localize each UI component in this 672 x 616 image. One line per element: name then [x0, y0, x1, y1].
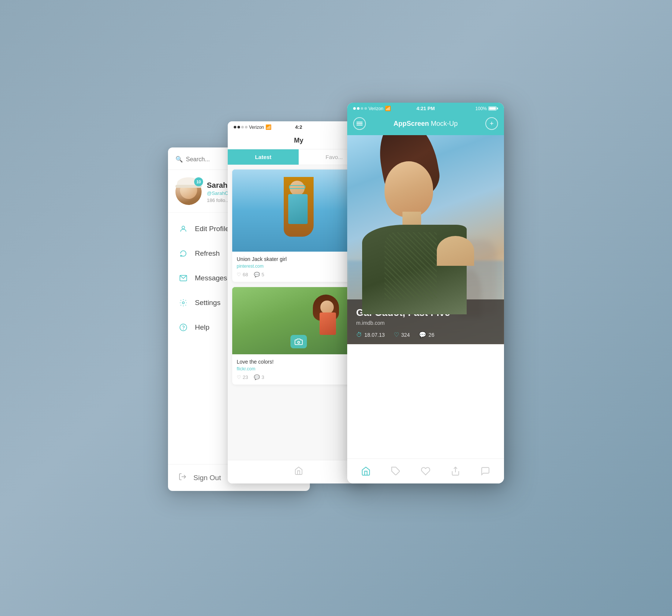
card-2-title: Love the colors!	[237, 359, 361, 365]
svg-point-0	[182, 226, 184, 229]
comment-icon: 💬	[254, 272, 260, 277]
signal-dot-2	[237, 126, 240, 128]
signal-dot-1	[234, 126, 236, 128]
user-info: Sarah @SarahC 186 follo...	[207, 181, 229, 203]
signal-dots	[234, 126, 248, 128]
comment-nav-icon	[480, 466, 490, 476]
menu-button[interactable]	[353, 117, 366, 130]
detail-bottom-nav	[347, 458, 504, 483]
detail-wifi-icon: 📶	[385, 106, 391, 111]
detail-status-left: Verizon 📶	[353, 106, 391, 111]
refresh-label: Refresh	[195, 249, 220, 258]
d-dot-4	[364, 107, 367, 110]
avatar-wrap: 10	[175, 179, 202, 205]
notification-badge: 10	[194, 177, 203, 186]
refresh-icon	[178, 249, 188, 258]
detail-header: AppScreen Mock-Up +	[347, 113, 504, 135]
gear-icon	[178, 298, 188, 308]
share-nav-icon	[451, 466, 460, 476]
card-1-info: Union Jack skater girl pinterest.com ♡ 6…	[232, 252, 365, 282]
card-1-title: Union Jack skater girl	[237, 256, 361, 262]
card-1-image	[232, 169, 365, 252]
app-name: AppScreen	[393, 120, 429, 127]
card-2-image	[232, 287, 365, 354]
card-1-likes-count: 68	[243, 272, 248, 277]
detail-time: 4:21 PM	[416, 106, 435, 111]
home-nav-icon	[361, 466, 371, 476]
detail-likes-value: 324	[401, 332, 410, 338]
status-time: 4:2	[295, 124, 302, 130]
user-name: Sarah	[207, 181, 229, 190]
card-2-info: Love the colors! flickr.com ♡ 23 💬 3	[232, 354, 365, 385]
user-handle: @SarahC	[207, 190, 229, 196]
question-icon	[178, 323, 188, 332]
signal-dot-4	[245, 126, 248, 128]
detail-likes-stat: ♡ 324	[394, 331, 410, 338]
card-2-comments: 💬 3	[254, 374, 264, 380]
nav-heart-button[interactable]	[416, 465, 435, 477]
feed-card-1[interactable]: Union Jack skater girl pinterest.com ♡ 6…	[232, 169, 365, 282]
detail-hero-image: Gal Gadot, Fast Five m.imdb.com ⏱ 18.07.…	[347, 135, 504, 344]
nav-tag-button[interactable]	[386, 465, 405, 477]
feed-home-icon[interactable]	[294, 466, 303, 477]
svg-point-6	[298, 341, 299, 343]
detail-date-value: 18.07.13	[364, 332, 385, 338]
app-subtitle: Mock-Up	[429, 120, 458, 127]
messages-label: Messages	[195, 274, 227, 282]
wifi-icon: 📶	[265, 124, 271, 130]
d-dot-3	[361, 107, 363, 110]
heart-nav-icon	[421, 466, 430, 476]
detail-signal-dots	[353, 107, 367, 110]
person-icon	[178, 224, 188, 234]
d-dot-2	[357, 107, 360, 110]
detail-status-right: 100%	[475, 106, 498, 111]
camera-overlay-icon	[290, 335, 307, 348]
tag-nav-icon	[391, 466, 401, 476]
card-1-comments: 💬 5	[254, 272, 264, 277]
card-2-likes-count: 23	[243, 374, 248, 380]
settings-label: Settings	[195, 299, 221, 307]
svg-point-3	[180, 324, 187, 331]
battery-icon	[488, 106, 498, 111]
signout-label: Sign Out	[193, 474, 221, 482]
plus-icon: +	[490, 120, 494, 127]
nav-share-button[interactable]	[446, 465, 465, 477]
nav-comment-button[interactable]	[476, 465, 495, 477]
detail-title-bar: AppScreen Mock-Up	[393, 120, 458, 128]
carrier-label: Verizon	[249, 125, 264, 130]
comment-icon-2: 💬	[254, 374, 260, 380]
detail-carrier: Verizon	[368, 106, 383, 111]
svg-point-4	[183, 329, 184, 329]
tab-latest[interactable]: Latest	[228, 149, 299, 165]
edit-profile-label: Edit Profile	[195, 225, 229, 233]
card-1-likes: ♡ 68	[237, 272, 248, 277]
detail-comments-value: 26	[429, 332, 435, 338]
d-dot-1	[353, 107, 356, 110]
svg-point-2	[182, 302, 184, 304]
status-left: Verizon 📶	[234, 124, 271, 130]
detail-item-stats: ⏱ 18.07.13 ♡ 324 💬 26	[356, 331, 495, 338]
mail-icon	[178, 273, 188, 283]
signal-dot-3	[241, 126, 244, 128]
detail-comments-stat: 💬 26	[419, 331, 435, 338]
feed-title: My	[294, 137, 303, 144]
card-2-comments-count: 3	[261, 374, 264, 380]
signout-icon	[178, 473, 187, 483]
nav-home-button[interactable]	[357, 465, 375, 477]
detail-status-bar: Verizon 📶 4:21 PM 100%	[347, 103, 504, 113]
card-1-comments-count: 5	[261, 272, 264, 277]
card-1-source: pinterest.com	[237, 264, 361, 269]
card-1-stats: ♡ 68 💬 5	[237, 272, 361, 277]
comment-bubble-icon: 💬	[419, 331, 426, 338]
heart-icon: ♡	[237, 272, 241, 277]
heart-outline-icon: ♡	[394, 331, 399, 338]
clock-icon: ⏱	[356, 332, 362, 338]
add-button[interactable]: +	[485, 117, 498, 130]
heart-icon-2: ♡	[237, 374, 241, 380]
search-icon: 🔍	[175, 156, 183, 163]
followers-count: 186 follo...	[207, 197, 229, 203]
card-2-stats: ♡ 23 💬 3	[237, 374, 361, 380]
scene: 🔍 10 Sarah @SarahC 186 follo...	[168, 103, 504, 513]
feed-card-2[interactable]: Love the colors! flickr.com ♡ 23 💬 3	[232, 287, 365, 385]
help-label: Help	[195, 323, 209, 332]
